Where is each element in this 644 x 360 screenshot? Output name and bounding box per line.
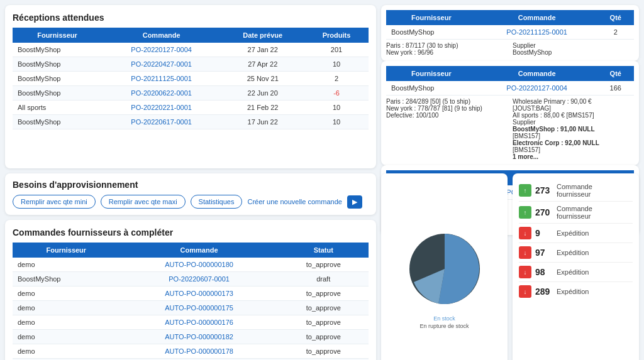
col-order: Commande [102,28,221,43]
cell-order3[interactable]: AUTO-PO-000000182 [120,330,279,344]
receptions-card: Réceptions attendues Fournisseur Command… [5,5,376,168]
oc-supplier: BoostMyShop [386,81,477,95]
bottom-left-section: Besoins d'approvisionnement Remplir avec… [5,173,376,360]
order-complete-row: demo AUTO-PO-000000176 to_approve [13,315,369,330]
cell-date: 21 Feb 22 [221,101,304,115]
oc-col-order: Commande [477,10,597,25]
cell-status: to_approve [278,330,369,344]
oc-detail: Paris : 284/289 [50] (5 to ship)New york… [386,98,634,160]
oc-col-qty: Qté [597,66,634,81]
cell-order[interactable]: PO-20220617-0001 [102,115,221,129]
chart-label-in-stock: En stock [419,315,469,322]
cell-order[interactable]: PO-20220127-0004 [102,43,221,57]
col-status: Statut [278,243,369,258]
cell-date: 25 Nov 21 [221,72,304,86]
cell-order3[interactable]: AUTO-PO-000000180 [120,258,279,272]
order-complete-row: demo AUTO-PO-000000180 to_approve [13,258,369,272]
stat-number-4: 98 [535,267,553,277]
reception-row: BoostMyShop PO-20220617-0001 17 Jun 22 1… [13,115,369,129]
oc-row: BoostMyShop PO-20220127-0004 166 [386,81,634,95]
cell-supplier: BoostMyShop [13,86,102,101]
stat-number-3: 97 [535,248,553,258]
stat-row-2: ↓ 9 Expédition [519,224,633,243]
cell-supplier: BoostMyShop [13,115,102,129]
reception-row: BoostMyShop PO-20200622-0001 22 Jun 20 -… [13,86,369,101]
reception-row: BoostMyShop PO-20220127-0004 27 Jan 22 2… [13,43,369,57]
order-complete-row: demo AUTO-PO-000000173 to_approve [13,286,369,301]
oc-col-order: Commande [477,66,597,81]
supply-title: Besoins d'approvisionnement [13,180,369,190]
stat-row-3: ↓ 97 Expédition [519,243,633,263]
col-supplier: Fournisseur [13,28,102,43]
cell-supplier3: demo [13,301,120,315]
oc-order[interactable]: PO-20211125-0001 [477,25,597,40]
cell-supplier: All sports [13,101,102,115]
cell-order[interactable]: PO-20211125-0001 [102,72,221,86]
cell-qty: 10 [304,57,369,72]
chart-card: En stock En rupture de stock [381,173,508,360]
orders-complete-table: Fournisseur Commande Statut demo AUTO-PO… [13,243,369,360]
cell-supplier3: demo [13,315,120,330]
oc-row: BoostMyShop PO-20211125-0001 2 [386,25,634,40]
cell-order3[interactable]: AUTO-PO-000000175 [120,301,279,315]
stat-row-4: ↓ 98 Expédition [519,263,633,282]
reception-row: BoostMyShop PO-20220427-0001 27 Apr 22 1… [13,57,369,72]
reception-row: BoostMyShop PO-20211125-0001 25 Nov 21 2 [13,72,369,86]
cell-order3[interactable]: AUTO-PO-000000178 [120,344,279,359]
cell-date: 27 Jan 22 [221,43,304,57]
cell-date: 22 Jun 20 [221,86,304,101]
oc-order[interactable]: PO-20220127-0004 [477,81,597,95]
btn-mini[interactable]: Remplir avec qte mini [13,195,96,209]
stat-label-0: Commandefournisseur [557,183,592,198]
cell-supplier: BoostMyShop [13,43,102,57]
oc-col-qty: Qté [597,10,634,25]
chart-label-out: En rupture de stock [419,323,469,329]
orders-complete-card: Commandes fournisseurs à compléter Fourn… [5,220,376,360]
cell-order3[interactable]: AUTO-PO-000000173 [120,286,279,301]
cell-order3[interactable]: PO-20220607-0001 [120,272,279,286]
oc-supplier: BoostMyShop [386,25,477,40]
stat-number-1: 270 [535,207,553,217]
stat-icon-5: ↓ [519,285,531,298]
stats-card: ↑ 273 Commandefournisseur ↑ 270 Commande… [513,173,639,360]
stat-label-5: Expédition [557,288,589,295]
stat-label-1: Commandefournisseur [557,205,592,220]
btn-new-order[interactable]: Créer une nouvelle commande [247,198,341,205]
cell-status: to_approve [278,258,369,272]
cell-supplier3: BoostMyShop [13,272,120,286]
orders-complete-title: Commandes fournisseurs à compléter [13,227,369,237]
stat-label-4: Expédition [557,268,589,276]
order-complete-row: demo AUTO-PO-000000175 to_approve [13,301,369,315]
receptions-table: Fournisseur Commande Date prévue Produit… [13,28,369,129]
order-card-0: Fournisseur Commande Qté BoostMyShop PO-… [381,5,639,61]
cell-order[interactable]: PO-20220427-0001 [102,57,221,72]
cell-supplier: BoostMyShop [13,57,102,72]
btn-maxi[interactable]: Remplir avec qte maxi [101,195,186,209]
cell-qty: 2 [304,72,369,86]
stat-icon-3: ↓ [519,246,531,259]
supply-buttons: Remplir avec qte mini Remplir avec qte m… [13,195,369,209]
cell-supplier: BoostMyShop [13,72,102,86]
cell-status: to_approve [278,286,369,301]
oc-qty: 2 [597,25,634,40]
cell-order[interactable]: PO-20220221-0001 [102,101,221,115]
order-complete-row: BoostMyShop PO-20220607-0001 draft [13,272,369,286]
col-date: Date prévue [221,28,304,43]
receptions-title: Réceptions attendues [13,13,369,23]
stat-number-0: 273 [535,185,553,195]
cell-status: to_approve [278,315,369,330]
btn-stats[interactable]: Statistiques [191,195,243,209]
oc-qty: 166 [597,81,634,95]
stat-number-5: 289 [535,286,553,297]
oc-detail-right: Wholesale Primary : 90,00 €[JOUST:BAG]Al… [513,98,634,160]
cell-status: to_approve [278,344,369,359]
stat-icon-0: ↑ [519,184,531,197]
col-order2: Commande [120,243,279,258]
cell-date: 27 Apr 22 [221,57,304,72]
order-complete-row: demo AUTO-PO-000000178 to_approve [13,344,369,359]
btn-blue-action[interactable]: ▶ [347,195,362,209]
cell-date: 17 Jun 22 [221,115,304,129]
cell-order[interactable]: PO-20200622-0001 [102,86,221,101]
cell-order3[interactable]: AUTO-PO-000000176 [120,315,279,330]
supply-card: Besoins d'approvisionnement Remplir avec… [5,173,376,215]
